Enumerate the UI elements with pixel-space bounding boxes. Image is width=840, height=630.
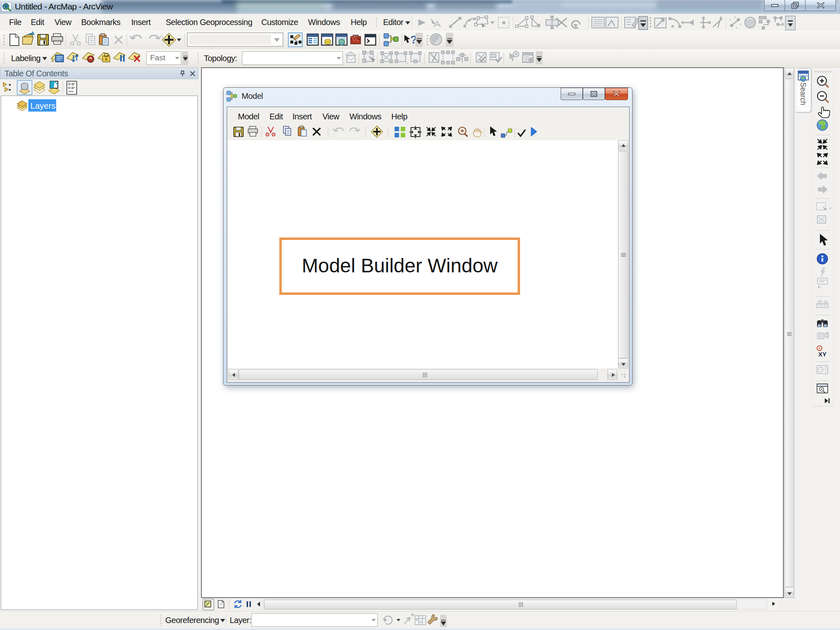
- svg-text:XY: XY: [818, 351, 826, 358]
